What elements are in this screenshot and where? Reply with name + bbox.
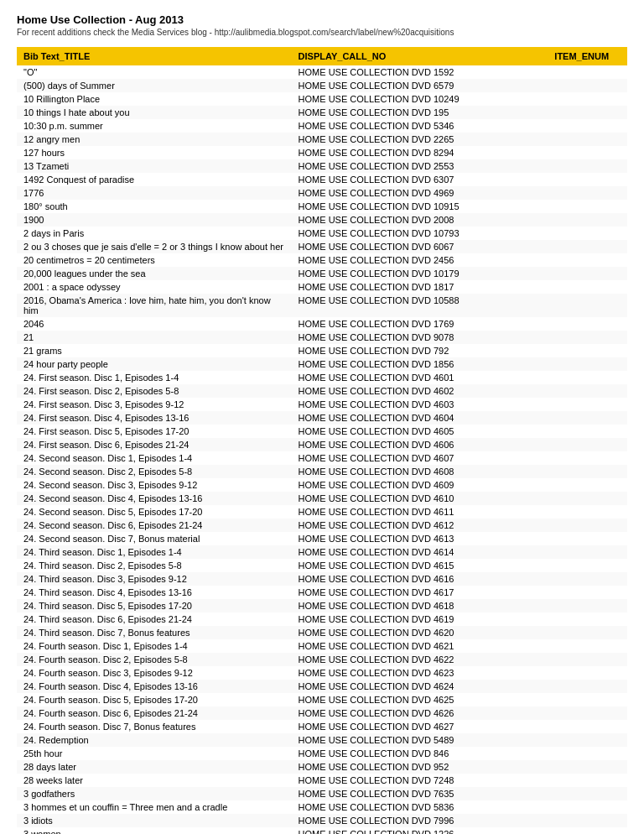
cell-call-no: HOME USE COLLECTION DVD 4623 (292, 666, 548, 680)
catalog-table: Bib Text_TITLE DISPLAY_CALL_NO ITEM_ENUM… (17, 47, 627, 834)
table-header-row: Bib Text_TITLE DISPLAY_CALL_NO ITEM_ENUM (17, 47, 627, 65)
cell-title: 24. First season. Disc 1, Episodes 1-4 (17, 371, 292, 384)
cell-call-no: HOME USE COLLECTION DVD 4606 (292, 438, 548, 451)
cell-call-no: HOME USE COLLECTION DVD 4624 (292, 680, 548, 693)
cell-item-enum (548, 733, 627, 747)
cell-call-no: HOME USE COLLECTION DVD 4607 (292, 451, 548, 465)
page-header: Home Use Collection - Aug 2013 For recen… (17, 13, 627, 37)
table-row: 24. First season. Disc 4, Episodes 13-16… (17, 411, 627, 425)
cell-item-enum (548, 505, 627, 519)
cell-item-enum (548, 559, 627, 572)
cell-call-no: HOME USE COLLECTION DVD 9078 (292, 331, 548, 344)
cell-item-enum (548, 173, 627, 186)
cell-call-no: HOME USE COLLECTION DVD 10793 (292, 227, 548, 240)
cell-item-enum (548, 79, 627, 92)
cell-call-no: HOME USE COLLECTION DVD 4605 (292, 425, 548, 438)
cell-item-enum (548, 519, 627, 532)
cell-title: 12 angry men (17, 133, 292, 146)
cell-title: 24. Fourth season. Disc 6, Episodes 21-2… (17, 706, 292, 720)
cell-item-enum (548, 317, 627, 331)
page-subtitle: For recent additions check the Media Ser… (17, 28, 627, 37)
cell-title: 24. Second season. Disc 7, Bonus materia… (17, 532, 292, 545)
table-row: 24. First season. Disc 3, Episodes 9-12H… (17, 398, 627, 411)
cell-call-no: HOME USE COLLECTION DVD 4611 (292, 505, 548, 519)
cell-item-enum (548, 92, 627, 106)
cell-title: 1776 (17, 186, 292, 200)
cell-item-enum (548, 586, 627, 599)
cell-item-enum (548, 267, 627, 280)
cell-title: 21 (17, 331, 292, 344)
table-row: 2016, Obama's America : love him, hate h… (17, 294, 627, 317)
table-row: 20,000 leagues under the seaHOME USE COL… (17, 267, 627, 280)
cell-title: 24. Second season. Disc 2, Episodes 5-8 (17, 465, 292, 478)
cell-call-no: HOME USE COLLECTION DVD 4613 (292, 532, 548, 545)
table-row: 24. Second season. Disc 1, Episodes 1-4H… (17, 451, 627, 465)
cell-call-no: HOME USE COLLECTION DVD 5836 (292, 800, 548, 814)
cell-call-no: HOME USE COLLECTION DVD 4619 (292, 612, 548, 626)
cell-title: 2046 (17, 317, 292, 331)
table-row: 2046HOME USE COLLECTION DVD 1769 (17, 317, 627, 331)
cell-call-no: HOME USE COLLECTION DVD 4601 (292, 371, 548, 384)
cell-item-enum (548, 706, 627, 720)
table-row: 180° southHOME USE COLLECTION DVD 10915 (17, 200, 627, 213)
cell-call-no: HOME USE COLLECTION DVD 4621 (292, 639, 548, 653)
cell-item-enum (548, 720, 627, 733)
table-row: 21HOME USE COLLECTION DVD 9078 (17, 331, 627, 344)
cell-item-enum (548, 398, 627, 411)
cell-call-no: HOME USE COLLECTION DVD 792 (292, 344, 548, 357)
cell-title: 28 days later (17, 760, 292, 774)
cell-call-no: HOME USE COLLECTION DVD 6579 (292, 79, 548, 92)
cell-item-enum (548, 146, 627, 159)
table-row: 24. Third season. Disc 5, Episodes 17-20… (17, 599, 627, 612)
cell-item-enum (548, 787, 627, 800)
cell-title: (500) days of Summer (17, 79, 292, 92)
table-row: 24. Third season. Disc 6, Episodes 21-24… (17, 612, 627, 626)
table-row: 24. First season. Disc 1, Episodes 1-4HO… (17, 371, 627, 384)
table-row: 24. RedemptionHOME USE COLLECTION DVD 54… (17, 733, 627, 747)
cell-item-enum (548, 425, 627, 438)
cell-call-no: HOME USE COLLECTION DVD 8294 (292, 146, 548, 159)
cell-item-enum (548, 186, 627, 200)
cell-call-no: HOME USE COLLECTION DVD 4609 (292, 478, 548, 492)
cell-title: 24. Third season. Disc 3, Episodes 9-12 (17, 572, 292, 586)
table-row: 24. Fourth season. Disc 7, Bonus feature… (17, 720, 627, 733)
cell-call-no: HOME USE COLLECTION DVD 5489 (292, 733, 548, 747)
cell-call-no: HOME USE COLLECTION DVD 846 (292, 747, 548, 760)
cell-title: 24. Fourth season. Disc 5, Episodes 17-2… (17, 693, 292, 706)
cell-item-enum (548, 411, 627, 425)
table-row: 3 idiotsHOME USE COLLECTION DVD 7996 (17, 814, 627, 827)
table-row: 24. Third season. Disc 4, Episodes 13-16… (17, 586, 627, 599)
cell-title: 3 women (17, 827, 292, 834)
cell-title: 24. Second season. Disc 3, Episodes 9-12 (17, 478, 292, 492)
cell-title: 24. Second season. Disc 5, Episodes 17-2… (17, 505, 292, 519)
cell-title: 10 Rillington Place (17, 92, 292, 106)
table-row: 1900HOME USE COLLECTION DVD 2008 (17, 213, 627, 227)
table-row: 127 hoursHOME USE COLLECTION DVD 8294 (17, 146, 627, 159)
cell-call-no: HOME USE COLLECTION DVD 4610 (292, 492, 548, 505)
cell-item-enum (548, 119, 627, 133)
cell-item-enum (548, 106, 627, 119)
cell-item-enum (548, 227, 627, 240)
table-row: 2 days in ParisHOME USE COLLECTION DVD 1… (17, 227, 627, 240)
cell-item-enum (548, 344, 627, 357)
cell-item-enum (548, 465, 627, 478)
table-row: 24. First season. Disc 6, Episodes 21-24… (17, 438, 627, 451)
cell-call-no: HOME USE COLLECTION DVD 7996 (292, 814, 548, 827)
cell-call-no: HOME USE COLLECTION DVD 4625 (292, 693, 548, 706)
cell-call-no: HOME USE COLLECTION DVD 4604 (292, 411, 548, 425)
cell-item-enum (548, 331, 627, 344)
cell-item-enum (548, 213, 627, 227)
table-row: 28 weeks laterHOME USE COLLECTION DVD 72… (17, 774, 627, 787)
cell-item-enum (548, 814, 627, 827)
cell-item-enum (548, 532, 627, 545)
cell-call-no: HOME USE COLLECTION DVD 1226 (292, 827, 548, 834)
cell-item-enum (548, 680, 627, 693)
cell-item-enum (548, 545, 627, 559)
table-row: 3 womenHOME USE COLLECTION DVD 1226 (17, 827, 627, 834)
cell-title: "O" (17, 65, 292, 79)
cell-title: 10:30 p.m. summer (17, 119, 292, 133)
cell-call-no: HOME USE COLLECTION DVD 4969 (292, 186, 548, 200)
cell-title: 24. Second season. Disc 4, Episodes 13-1… (17, 492, 292, 505)
cell-call-no: HOME USE COLLECTION DVD 10179 (292, 267, 548, 280)
cell-call-no: HOME USE COLLECTION DVD 10915 (292, 200, 548, 213)
